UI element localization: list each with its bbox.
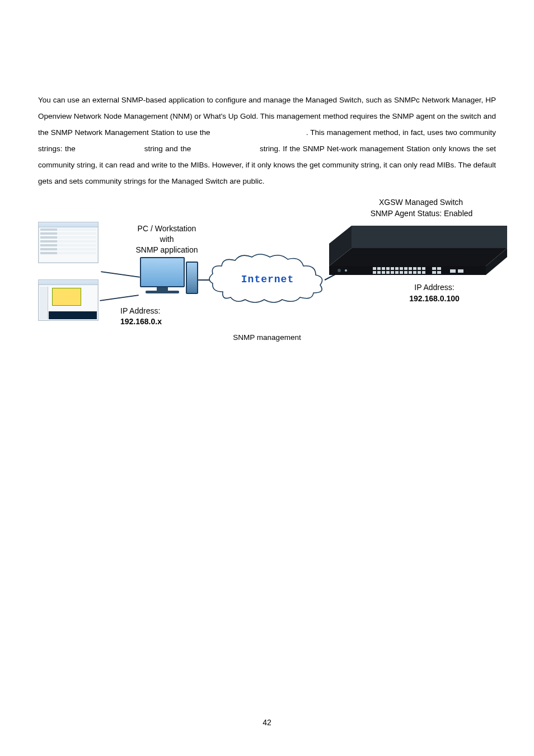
svg-rect-11: [386, 267, 390, 270]
pc-line-2: with: [160, 235, 174, 244]
svg-rect-22: [382, 271, 385, 274]
svg-rect-37: [458, 269, 463, 273]
svg-rect-13: [395, 267, 399, 270]
svg-rect-36: [450, 269, 456, 273]
svg-rect-33: [437, 267, 441, 270]
ip-value: 192.168.0.x: [120, 317, 162, 326]
pc-workstation-icon: [137, 257, 198, 303]
svg-rect-25: [395, 271, 399, 274]
svg-rect-28: [409, 271, 412, 274]
svg-rect-8: [373, 267, 376, 270]
svg-rect-19: [422, 267, 425, 270]
snmp-app-screenshot-icon: [38, 222, 99, 263]
svg-rect-23: [386, 271, 390, 274]
connector-line-icon: [101, 271, 140, 278]
svg-marker-0: [329, 248, 507, 266]
svg-point-7: [345, 269, 347, 272]
svg-rect-21: [377, 271, 381, 274]
figure-caption: SNMP management: [38, 333, 496, 342]
svg-rect-18: [418, 267, 421, 270]
snmp-app-screenshot-icon: [38, 279, 99, 321]
svg-rect-30: [418, 271, 421, 274]
ip-label: IP Address:: [414, 283, 454, 292]
pc-line-1: PC / Workstation: [138, 224, 196, 233]
svg-rect-16: [409, 267, 412, 270]
ip-label: IP Address:: [120, 306, 160, 315]
switch-status: SNMP Agent Status: Enabled: [335, 209, 508, 218]
body-paragraph: You can use an external SNMP-based appli…: [38, 92, 496, 189]
svg-rect-29: [413, 271, 416, 274]
pc-line-3: SNMP application: [135, 245, 198, 254]
svg-point-6: [338, 269, 341, 272]
page-number: 42: [0, 718, 534, 727]
ip-value: 192.168.0.100: [409, 294, 460, 303]
svg-rect-32: [432, 267, 436, 270]
managed-switch-icon: [307, 219, 508, 286]
pc-ip-address: IP Address: 192.168.0.x: [120, 306, 162, 327]
page: You can use an external SNMP-based appli…: [0, 0, 534, 756]
svg-rect-15: [404, 267, 407, 270]
svg-rect-24: [391, 271, 394, 274]
svg-rect-26: [400, 271, 403, 274]
svg-rect-35: [437, 271, 441, 274]
svg-rect-10: [382, 267, 385, 270]
figure-snmp-topology: XGSW Managed Switch SNMP Agent Status: E…: [38, 197, 496, 331]
switch-title: XGSW Managed Switch: [356, 198, 486, 207]
svg-rect-12: [391, 267, 394, 270]
svg-marker-1: [352, 226, 507, 248]
svg-rect-27: [404, 271, 407, 274]
switch-ip-address: IP Address: 192.168.0.100: [378, 282, 490, 304]
svg-rect-20: [373, 271, 376, 274]
svg-rect-9: [377, 267, 381, 270]
pc-workstation-label: PC / Workstation with SNMP application: [111, 223, 223, 255]
svg-rect-31: [422, 271, 425, 274]
svg-rect-14: [400, 267, 403, 270]
svg-rect-34: [432, 271, 436, 274]
connector-line-icon: [100, 295, 139, 301]
svg-rect-17: [413, 267, 416, 270]
